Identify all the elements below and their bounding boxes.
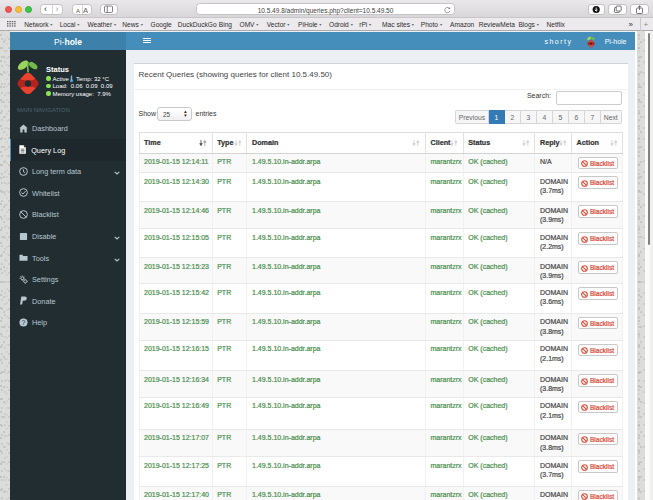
svg-text:?: ? [22, 319, 26, 326]
